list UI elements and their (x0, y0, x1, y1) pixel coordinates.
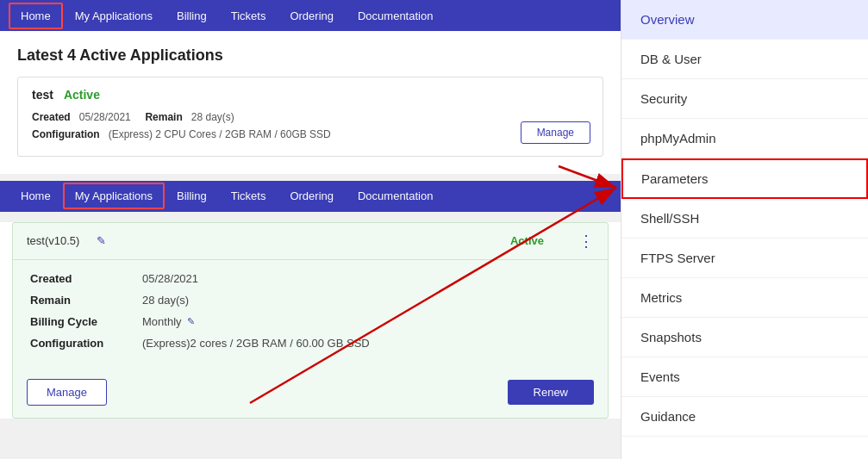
right-panel: Overview DB & User Security phpMyAdmin P… (621, 0, 868, 459)
detail-value-billing: Monthly ✎ (142, 315, 195, 328)
bottom-section: test(v10.5) ✎ Active ⋮ Created 05/28/202… (0, 222, 621, 419)
detail-label-created: Created (30, 272, 142, 285)
nav-home-top[interactable]: Home (9, 3, 63, 29)
app-card-bottom-footer: Manage Renew (13, 370, 608, 418)
app-details-bottom: Created 05/28/2021 Remain 28 day(s) Bill… (13, 260, 608, 370)
nav-billing-bottom[interactable]: Billing (165, 183, 219, 209)
manage-button-bottom[interactable]: Manage (27, 379, 107, 406)
app-card-top: test Active Created 05/28/2021 Remain 28… (17, 77, 603, 157)
top-nav: Home My Applications Billing Tickets Ord… (0, 0, 621, 31)
app-name-top: test (32, 88, 53, 102)
sidebar-item-overview[interactable]: Overview (621, 0, 868, 40)
app-card-bottom: test(v10.5) ✎ Active ⋮ Created 05/28/202… (12, 222, 609, 419)
sidebar-item-events[interactable]: Events (621, 357, 868, 397)
sidebar-item-guidance[interactable]: Guidance (621, 397, 868, 437)
manage-button-top[interactable]: Manage (521, 121, 590, 144)
nav-docs-top[interactable]: Documentation (346, 3, 445, 29)
nav-home-bottom[interactable]: Home (9, 183, 63, 209)
app-name-bottom: test(v10.5) (27, 234, 79, 247)
bottom-nav: Home My Applications Billing Tickets Ord… (0, 181, 621, 212)
detail-row-remain: Remain 28 day(s) (30, 294, 590, 307)
sidebar-item-metrics[interactable]: Metrics (621, 278, 868, 318)
nav-tickets-top[interactable]: Tickets (219, 3, 278, 29)
app-created-row: Created 05/28/2021 Remain 28 day(s) (32, 109, 589, 126)
detail-value-remain: 28 day(s) (142, 294, 189, 307)
left-panel: Home My Applications Billing Tickets Ord… (0, 0, 621, 459)
sidebar-item-security[interactable]: Security (621, 79, 868, 119)
sidebar-item-snapshots[interactable]: Snapshots (621, 318, 868, 357)
detail-row-config: Configuration (Express)2 cores / 2GB RAM… (30, 337, 590, 350)
app-card-top-header: test Active (32, 88, 589, 102)
nav-billing-top[interactable]: Billing (165, 3, 219, 29)
detail-label-billing: Billing Cycle (30, 315, 142, 328)
detail-label-remain: Remain (30, 294, 142, 307)
sidebar-item-parameters[interactable]: Parameters (621, 158, 868, 199)
edit-billing-icon[interactable]: ✎ (187, 316, 195, 327)
detail-row-created: Created 05/28/2021 (30, 272, 590, 285)
detail-value-created: 05/28/2021 (142, 272, 198, 285)
nav-tickets-bottom[interactable]: Tickets (219, 183, 278, 209)
sidebar-item-db-user[interactable]: DB & User (621, 40, 868, 79)
main-layout: Home My Applications Billing Tickets Ord… (0, 0, 868, 459)
nav-myapps-bottom[interactable]: My Applications (63, 183, 165, 209)
app-config-row: Configuration (Express) 2 CPU Cores / 2G… (32, 126, 589, 143)
app-details-top: Created 05/28/2021 Remain 28 day(s) Conf… (32, 109, 589, 144)
renew-button[interactable]: Renew (508, 380, 594, 405)
page-title: Latest 4 Active Applications (17, 47, 603, 65)
nav-ordering-bottom[interactable]: Ordering (278, 183, 346, 209)
nav-ordering-top[interactable]: Ordering (278, 3, 346, 29)
edit-app-name-icon[interactable]: ✎ (97, 234, 106, 247)
detail-label-config: Configuration (30, 337, 142, 350)
detail-row-billing: Billing Cycle Monthly ✎ (30, 315, 590, 328)
app-status-bottom: Active (510, 234, 544, 247)
sidebar-item-shell-ssh[interactable]: Shell/SSH (621, 199, 868, 239)
app-card-bottom-header: test(v10.5) ✎ Active ⋮ (13, 223, 608, 260)
top-section: Latest 4 Active Applications test Active… (0, 31, 621, 174)
nav-docs-bottom[interactable]: Documentation (346, 183, 445, 209)
detail-value-config: (Express)2 cores / 2GB RAM / 60.00 GB SS… (142, 337, 370, 350)
nav-myapps-top[interactable]: My Applications (63, 3, 165, 29)
dots-menu-icon[interactable]: ⋮ (578, 232, 594, 251)
app-status-top: Active (64, 88, 100, 102)
sidebar-item-phpmyadmin[interactable]: phpMyAdmin (621, 119, 868, 158)
sidebar-item-ftps-server[interactable]: FTPS Server (621, 239, 868, 278)
